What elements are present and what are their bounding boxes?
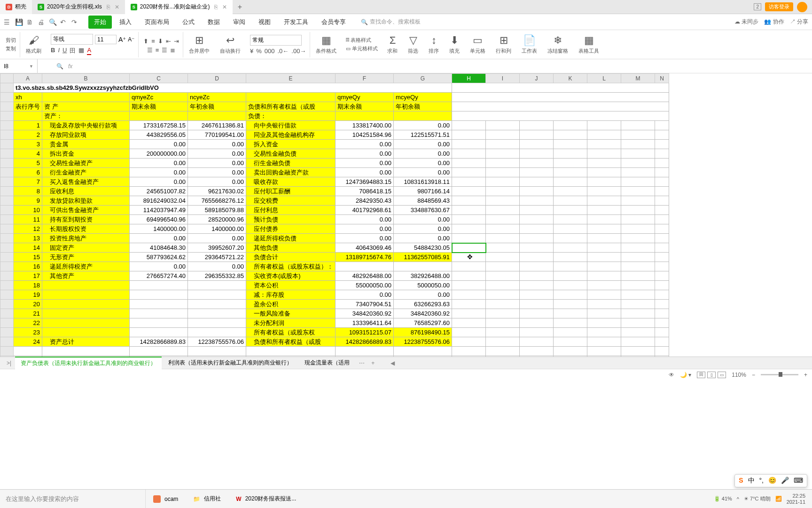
- cell[interactable]: [486, 130, 520, 140]
- cell[interactable]: 7655668276.12: [188, 196, 246, 206]
- cell[interactable]: 8: [14, 187, 42, 196]
- cell[interactable]: 5: [14, 159, 42, 168]
- cell[interactable]: [486, 253, 520, 262]
- cell[interactable]: [520, 121, 554, 130]
- cell[interactable]: [394, 262, 452, 271]
- col-a[interactable]: A: [14, 74, 42, 83]
- tblstyle-label[interactable]: 𝄜 表格样式: [346, 37, 378, 44]
- row-header[interactable]: [0, 328, 14, 337]
- cell[interactable]: 76585297.60: [394, 318, 452, 328]
- fill-button[interactable]: ⬇填充: [445, 32, 464, 56]
- cell[interactable]: [554, 337, 587, 347]
- cell[interactable]: [130, 300, 188, 309]
- cell[interactable]: 245651007.82: [130, 187, 188, 196]
- cell[interactable]: 13: [14, 234, 42, 243]
- cell[interactable]: [621, 309, 655, 318]
- cell[interactable]: 73407904.51: [336, 300, 394, 309]
- tray-chevron-icon[interactable]: ^: [737, 496, 739, 502]
- cell[interactable]: [188, 290, 246, 300]
- cell[interactable]: [520, 187, 554, 196]
- cell[interactable]: [246, 356, 336, 357]
- ime-panel[interactable]: S 中 °, 😊 🎤 ⌨: [734, 474, 807, 487]
- cell[interactable]: 0.00: [336, 140, 394, 149]
- share-button[interactable]: ↗ 分享: [790, 18, 808, 26]
- cell[interactable]: 770199541.00: [188, 130, 246, 140]
- cell[interactable]: [554, 121, 587, 130]
- italic-icon[interactable]: I: [58, 47, 60, 55]
- cell[interactable]: 16: [14, 262, 42, 271]
- cell[interactable]: 876198490.15: [394, 328, 452, 337]
- cell[interactable]: 14282866889.83: [336, 337, 394, 347]
- cell[interactable]: [655, 215, 669, 224]
- cell[interactable]: [554, 177, 587, 187]
- cell[interactable]: 应付债券: [246, 224, 336, 234]
- cell[interactable]: [587, 253, 621, 262]
- cell[interactable]: [587, 309, 621, 318]
- cell[interactable]: [486, 328, 520, 337]
- cell[interactable]: [336, 347, 394, 356]
- row-header[interactable]: [0, 347, 14, 356]
- cell[interactable]: [554, 159, 587, 168]
- sync-status[interactable]: ☁ 未同步: [734, 18, 758, 26]
- align-justify-icon[interactable]: ≣: [170, 47, 175, 54]
- view-break-icon[interactable]: ▭: [718, 372, 726, 378]
- cell[interactable]: [394, 347, 452, 356]
- cell[interactable]: [655, 347, 669, 356]
- task-wps[interactable]: W2020财务报表报送...: [228, 490, 304, 508]
- cell[interactable]: [486, 243, 520, 253]
- row-header[interactable]: [0, 262, 14, 271]
- cell[interactable]: [587, 187, 621, 196]
- ime-mic-icon[interactable]: 🎤: [781, 476, 789, 485]
- cell[interactable]: 0.00: [394, 215, 452, 224]
- select-all-corner[interactable]: [0, 74, 14, 83]
- cell[interactable]: 1400000.00: [130, 224, 188, 234]
- cell[interactable]: 拆入资金: [246, 140, 336, 149]
- zoom-slider[interactable]: [761, 374, 798, 375]
- bold-icon[interactable]: B: [51, 47, 55, 55]
- cell[interactable]: [394, 356, 452, 357]
- cell[interactable]: [42, 328, 130, 337]
- cell[interactable]: [621, 253, 655, 262]
- cell[interactable]: 17: [14, 271, 42, 281]
- col-k[interactable]: K: [554, 74, 587, 83]
- cell[interactable]: 334887630.67: [394, 206, 452, 215]
- scroll-left-icon[interactable]: ◀: [388, 360, 398, 366]
- cell[interactable]: [42, 356, 130, 357]
- sum-button[interactable]: Σ求和: [383, 32, 402, 56]
- cell[interactable]: [188, 309, 246, 318]
- rowcol-button[interactable]: ⊞行和列: [491, 32, 516, 56]
- cell[interactable]: [188, 300, 246, 309]
- cell[interactable]: [621, 224, 655, 234]
- sheet-tab-3[interactable]: 现金流量表（适用: [299, 357, 355, 369]
- tray-app-icon[interactable]: 📶: [775, 496, 782, 502]
- menu-icon[interactable]: ☰: [4, 18, 11, 26]
- cell[interactable]: 133817400.00: [336, 121, 394, 130]
- row-header[interactable]: [0, 253, 14, 262]
- cell[interactable]: [587, 262, 621, 271]
- row-header[interactable]: [0, 140, 14, 149]
- cell[interactable]: 持有至到期投资: [42, 215, 130, 224]
- cell[interactable]: 负债合计: [246, 253, 336, 262]
- cell[interactable]: 104251584.96: [336, 130, 394, 140]
- cell[interactable]: 0.00: [394, 121, 452, 130]
- cell[interactable]: 应收利息: [42, 187, 130, 196]
- cell[interactable]: [587, 347, 621, 356]
- cell[interactable]: 一般风险准备: [246, 309, 336, 318]
- cell[interactable]: [655, 328, 669, 337]
- fill-color-icon[interactable]: ▦: [78, 47, 84, 55]
- pin-icon[interactable]: ⎘: [107, 4, 110, 10]
- cell[interactable]: [520, 159, 554, 168]
- cell[interactable]: [621, 177, 655, 187]
- cell[interactable]: 0.00: [336, 149, 394, 159]
- col-m[interactable]: M: [621, 74, 655, 83]
- cell[interactable]: [336, 356, 394, 357]
- cell[interactable]: [452, 290, 486, 300]
- col-b[interactable]: B: [42, 74, 130, 83]
- cell[interactable]: [554, 224, 587, 234]
- cell[interactable]: 11362557085.91: [394, 253, 452, 262]
- cell[interactable]: 19: [14, 290, 42, 300]
- cell[interactable]: [587, 215, 621, 224]
- cell[interactable]: [621, 347, 655, 356]
- align-right-icon[interactable]: ☰: [162, 47, 167, 54]
- menu-tab-insert[interactable]: 插入: [114, 16, 137, 29]
